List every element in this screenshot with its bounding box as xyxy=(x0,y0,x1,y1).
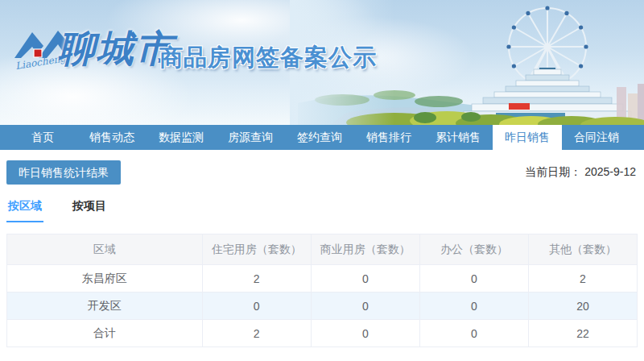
header-banner: Liaocheng 聊城市 商品房网签备案公示 xyxy=(0,0,644,125)
cell-residential: 2 xyxy=(202,265,311,293)
cell-other: 2 xyxy=(528,265,637,293)
distant-buildings xyxy=(617,84,644,121)
nav-item-yesterday-sales[interactable]: 昨日销售 xyxy=(493,125,562,150)
nav-item-signing-query[interactable]: 签约查询 xyxy=(285,125,354,150)
site-title: 商品房网签备案公示 xyxy=(159,42,377,74)
cell-residential: 0 xyxy=(202,293,311,320)
col-header-residential: 住宅用房（套数） xyxy=(202,234,311,265)
city-name: 聊城市 xyxy=(58,24,174,74)
cell-other: 22 xyxy=(528,320,637,347)
cell-other: 20 xyxy=(528,293,637,320)
cell-office: 0 xyxy=(419,320,528,347)
nav-item-data-monitoring[interactable]: 数据监测 xyxy=(147,125,216,150)
col-header-region: 区域 xyxy=(7,234,203,265)
nav-item-sales-ranking[interactable]: 销售排行 xyxy=(354,125,423,150)
cell-region: 开发区 xyxy=(7,293,203,320)
current-date: 当前日期：2025-9-12 xyxy=(525,165,638,180)
main-nav: 首页 销售动态 数据监测 房源查询 签约查询 销售排行 累计销售 昨日销售 合同… xyxy=(0,125,644,150)
tab-by-region[interactable]: 按区域 xyxy=(6,199,43,222)
nav-item-home[interactable]: 首页 xyxy=(8,125,77,150)
cell-commercial: 0 xyxy=(311,320,419,347)
tab-by-project[interactable]: 按项目 xyxy=(71,199,108,222)
sales-table: 区域 住宅用房（套数） 商业用房（套数） 办公（套数） 其他（套数） 东昌府区 … xyxy=(6,234,638,347)
cell-commercial: 0 xyxy=(311,265,419,293)
cell-commercial: 0 xyxy=(311,293,419,320)
col-header-other: 其他（套数） xyxy=(528,234,637,265)
col-header-commercial: 商业用房（套数） xyxy=(311,234,419,265)
cell-residential: 2 xyxy=(202,320,311,347)
nav-item-housing-query[interactable]: 房源查询 xyxy=(216,125,285,150)
cell-region: 东昌府区 xyxy=(7,265,203,293)
building-sign xyxy=(509,103,530,110)
table-header-row: 区域 住宅用房（套数） 商业用房（套数） 办公（套数） 其他（套数） xyxy=(7,234,638,265)
nav-item-contract-cancellation[interactable]: 合同注销 xyxy=(562,125,631,150)
current-date-label: 当前日期： xyxy=(525,165,581,178)
cell-region: 合计 xyxy=(7,320,203,347)
yesterday-sales-result-button[interactable]: 昨日销售统计结果 xyxy=(6,160,121,185)
nav-item-cumulative-sales[interactable]: 累计销售 xyxy=(423,125,493,150)
view-tabs: 按区域 按项目 xyxy=(6,199,638,222)
current-date-value: 2025-9-12 xyxy=(584,165,636,178)
table-row-total: 合计 2 0 0 22 xyxy=(7,320,638,347)
nav-item-sales-dynamics[interactable]: 销售动态 xyxy=(77,125,147,150)
toolbar: 昨日销售统计结果 当前日期：2025-9-12 xyxy=(6,160,638,185)
col-header-office: 办公（套数） xyxy=(419,234,528,265)
building-icon xyxy=(464,68,631,121)
table-row: 开发区 0 0 0 20 xyxy=(7,293,638,320)
cell-office: 0 xyxy=(419,293,528,320)
cell-office: 0 xyxy=(419,265,528,293)
main-content: 昨日销售统计结果 当前日期：2025-9-12 按区域 按项目 区域 住宅用房（… xyxy=(0,160,644,347)
table-row: 东昌府区 2 0 0 2 xyxy=(7,265,638,293)
